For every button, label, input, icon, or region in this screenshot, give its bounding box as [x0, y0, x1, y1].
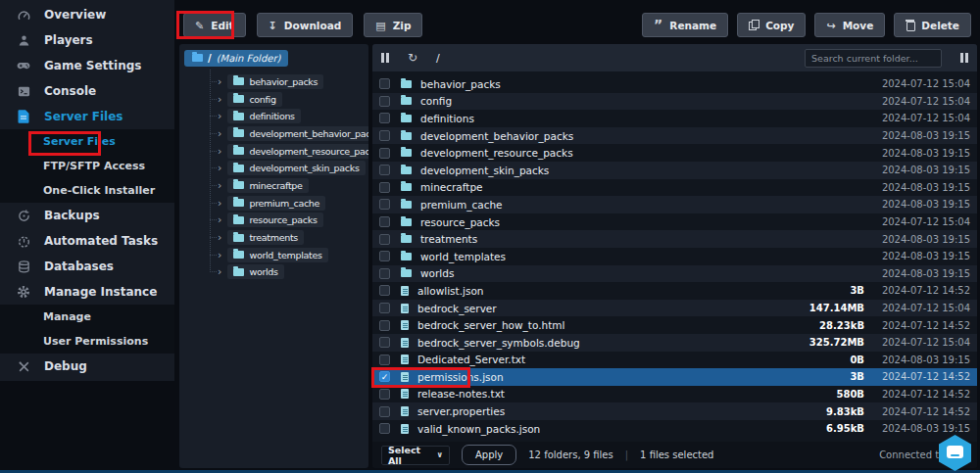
sidebar-item-overview[interactable]: Overview	[0, 2, 174, 27]
tree-folder-chip[interactable]: config	[227, 92, 281, 107]
copy-button[interactable]: Copy	[737, 13, 806, 37]
tree-folder-chip[interactable]: development_behavior_packs	[227, 126, 368, 141]
sidebar-item-manage-instance[interactable]: Manage Instance	[0, 279, 174, 305]
chevron-right-icon[interactable]: ›	[218, 265, 221, 278]
checkbox[interactable]	[379, 78, 390, 89]
chevron-right-icon[interactable]: ›	[218, 249, 221, 261]
file-row-minecraftpe[interactable]: minecraftpe2024-08-03 19:15	[372, 179, 977, 197]
file-row-premium-cache[interactable]: premium_cache2024-08-03 19:15	[372, 196, 977, 213]
download-button[interactable]: ↧Download	[257, 13, 354, 37]
file-row-development-behavior-packs[interactable]: development_behavior_packs2024-08-03 19:…	[372, 127, 977, 145]
checkbox-checked[interactable]: ✓	[379, 371, 390, 382]
tree-folder-worlds[interactable]: ›worlds	[184, 263, 368, 281]
file-row-permissions-json[interactable]: ✓permissions.json3B2024-07-12 14:52	[372, 368, 977, 386]
file-row-bedrock-server-how-to-html[interactable]: bedrock_server_how_to.html28.23kB2024-07…	[372, 316, 977, 334]
sidebar-item-backups[interactable]: Backups	[0, 203, 174, 228]
tree-folder-chip[interactable]: minecraftpe	[227, 178, 308, 193]
checkbox[interactable]	[379, 130, 390, 141]
search-input[interactable]	[805, 49, 942, 68]
rename-button[interactable]: ”Rename	[642, 13, 728, 37]
checkbox[interactable]	[379, 355, 390, 365]
file-row-definitions[interactable]: definitions2024-07-12 15:04	[372, 110, 977, 127]
columns-icon[interactable]	[381, 53, 389, 63]
file-row-dedicated-server-txt[interactable]: Dedicated_Server.txt0B2024-08-03 19:15	[372, 352, 977, 369]
checkbox[interactable]	[379, 96, 390, 107]
tree-folder-chip[interactable]: behavior_packs	[227, 74, 323, 89]
tree-folder-minecraftpe[interactable]: ›minecraftpe	[184, 177, 368, 195]
checkbox[interactable]	[379, 268, 390, 279]
file-row-worlds[interactable]: worlds2024-08-03 19:15	[372, 265, 977, 283]
checkbox[interactable]	[379, 199, 390, 210]
chevron-right-icon[interactable]: ›	[218, 93, 221, 106]
tree-folder-chip[interactable]: resource_packs	[227, 213, 322, 227]
tree-folder-world-templates[interactable]: ›world_templates	[184, 246, 368, 263]
chevron-right-icon[interactable]: ›	[218, 145, 221, 158]
file-row-server-properties[interactable]: server.properties9.83kB2024-07-12 14:52	[372, 402, 977, 420]
chevron-right-icon[interactable]: ›	[218, 110, 221, 122]
sidebar-item-server-files[interactable]: Server Files	[0, 104, 174, 129]
file-row-treatments[interactable]: treatments2024-08-03 19:15	[372, 230, 977, 248]
checkbox[interactable]	[379, 423, 390, 434]
checkbox[interactable]	[379, 320, 390, 331]
checkbox[interactable]	[379, 251, 390, 261]
checkbox[interactable]	[379, 406, 390, 417]
tree-folder-chip[interactable]: worlds	[227, 264, 283, 279]
sidebar-item-console[interactable]: Console	[0, 78, 174, 104]
sidebar-item-one-click-installer[interactable]: One-Click Installer	[0, 178, 174, 203]
checkbox[interactable]	[379, 182, 390, 193]
file-row-world-templates[interactable]: world_templates2024-08-03 19:15	[372, 248, 977, 265]
checkbox[interactable]	[379, 303, 390, 313]
tree-folder-development-skin-packs[interactable]: ›development_skin_packs	[184, 160, 368, 177]
file-row-release-notes-txt[interactable]: release-notes.txt580B2024-07-12 14:52	[372, 386, 977, 403]
tree-folder-treatments[interactable]: ›treatments	[184, 229, 368, 247]
file-row-config[interactable]: config2024-07-12 15:04	[372, 93, 977, 111]
file-row-allowlist-json[interactable]: allowlist.json3B2024-07-12 14:52	[372, 282, 977, 300]
tree-folder-resource-packs[interactable]: ›resource_packs	[184, 212, 368, 229]
file-row-resource-packs[interactable]: resource_packs2024-07-12 15:04	[372, 213, 977, 231]
tree-folder-chip[interactable]: definitions	[227, 109, 300, 123]
checkbox[interactable]	[379, 337, 390, 348]
tree-folder-behavior-packs[interactable]: ›behavior_packs	[184, 73, 368, 91]
move-button[interactable]: ↪Move	[814, 13, 885, 37]
sidebar-item-manage[interactable]: Manage	[0, 305, 174, 329]
sidebar-item-databases[interactable]: Databases	[0, 254, 174, 279]
tree-folder-chip[interactable]: treatments	[227, 230, 304, 245]
chevron-right-icon[interactable]: ›	[218, 127, 221, 140]
chevron-right-icon[interactable]: ›	[218, 197, 221, 210]
chevron-right-icon[interactable]: ›	[218, 213, 221, 226]
sidebar-item-ftp-sftp-access[interactable]: FTP/SFTP Access	[0, 154, 174, 178]
checkbox[interactable]	[379, 389, 390, 400]
tree-folder-chip[interactable]: premium_cache	[227, 196, 325, 211]
tree-folder-chip[interactable]: development_resource_packs	[227, 144, 368, 159]
sidebar-item-game-settings[interactable]: Game Settings	[0, 53, 174, 78]
sidebar-item-players[interactable]: Players	[0, 27, 174, 53]
checkbox[interactable]	[379, 234, 390, 245]
tree-folder-definitions[interactable]: ›definitions	[184, 108, 368, 125]
file-row-valid-known-packs-json[interactable]: valid_known_packs.json6.95kB2024-08-03 1…	[372, 420, 977, 438]
delete-button[interactable]: Delete	[894, 13, 971, 37]
chevron-right-icon[interactable]: ›	[218, 162, 221, 174]
checkbox[interactable]	[379, 113, 390, 123]
file-row-development-resource-packs[interactable]: development_resource_packs2024-08-03 19:…	[372, 144, 977, 162]
chevron-right-icon[interactable]: ›	[218, 75, 221, 88]
file-row-development-skin-packs[interactable]: development_skin_packs2024-08-03 19:15	[372, 162, 977, 179]
tree-folder-config[interactable]: ›config	[184, 90, 368, 108]
root-folder-pill[interactable]: / (Main Folder)	[184, 50, 288, 67]
file-row-bedrock-server-symbols-debug[interactable]: bedrock_server_symbols.debug325.72MB2024…	[372, 334, 977, 352]
select-all-dropdown[interactable]: Select All ∨	[381, 446, 450, 465]
tree-folder-development-resource-packs[interactable]: ›development_resource_packs	[184, 142, 368, 160]
sidebar-item-automated-tasks[interactable]: Automated Tasks	[0, 228, 174, 254]
chevron-right-icon[interactable]: ›	[218, 231, 221, 244]
tree-folder-chip[interactable]: development_skin_packs	[227, 161, 365, 175]
file-row-bedrock-server[interactable]: bedrock_server147.14MB2024-07-12 15:04	[372, 300, 977, 317]
checkbox[interactable]	[379, 216, 390, 227]
sidebar-item-user-permissions[interactable]: User Permissions	[0, 329, 174, 354]
checkbox[interactable]	[379, 148, 390, 159]
edit-button[interactable]: ✎Edit	[183, 13, 246, 37]
apply-button[interactable]: Apply	[462, 445, 516, 465]
zip-button[interactable]: ▤Zip	[364, 13, 422, 37]
tree-folder-chip[interactable]: world_templates	[227, 248, 327, 262]
tree-folder-development-behavior-packs[interactable]: ›development_behavior_packs	[184, 125, 368, 143]
tree-folder-premium-cache[interactable]: ›premium_cache	[184, 194, 368, 212]
sidebar-item-debug[interactable]: Debug	[0, 354, 174, 379]
